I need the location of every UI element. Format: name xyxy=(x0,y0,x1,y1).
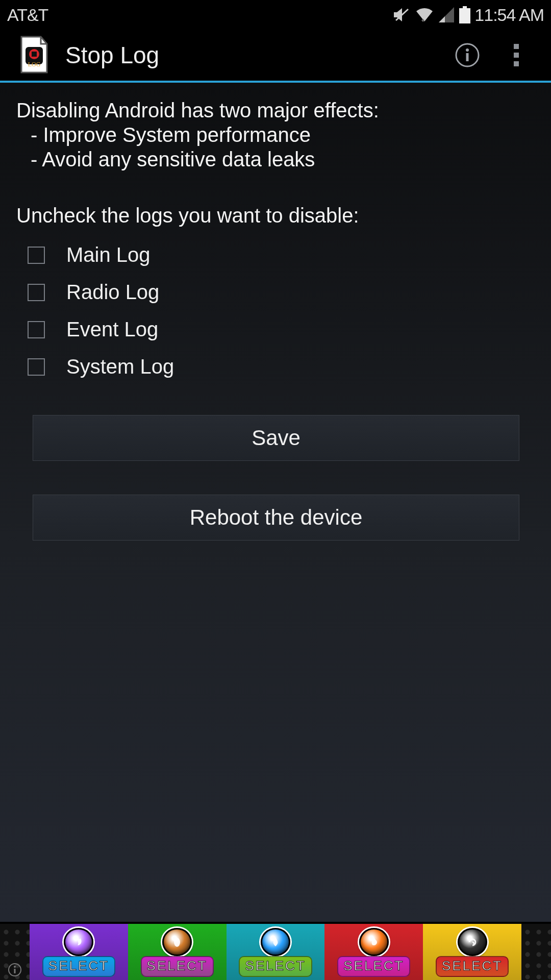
reboot-button[interactable]: Reboot the device xyxy=(33,495,519,541)
svg-point-16 xyxy=(174,938,180,947)
info-icon xyxy=(454,42,481,68)
ad-orb-icon xyxy=(162,928,192,956)
log-checkbox-row[interactable]: System Log xyxy=(16,348,536,385)
cell-signal-icon xyxy=(439,7,454,22)
ad-select-button[interactable]: SELECT xyxy=(337,956,410,977)
ad-select-button[interactable]: SELECT xyxy=(436,956,509,977)
log-app-icon: LOG xyxy=(18,36,50,75)
svg-rect-15 xyxy=(14,969,16,973)
svg-rect-2 xyxy=(459,8,470,23)
ad-orb-icon xyxy=(359,928,389,956)
battery-icon xyxy=(459,6,470,23)
info-button[interactable] xyxy=(443,42,492,68)
ad-card[interactable]: SELECT xyxy=(227,924,325,980)
ad-card[interactable]: SELECT xyxy=(324,924,423,980)
save-button[interactable]: Save xyxy=(33,415,519,461)
checkbox-radio-log[interactable] xyxy=(28,284,45,301)
app-title: Stop Log xyxy=(65,41,443,69)
checkbox-main-log[interactable] xyxy=(28,247,45,264)
description-block: Disabling Android has two major effects:… xyxy=(16,98,536,172)
status-bar: AT&T 11:54 AM xyxy=(0,0,551,30)
checkbox-label: System Log xyxy=(66,355,174,378)
ad-select-button[interactable]: SELECT xyxy=(141,956,214,977)
app-bar: LOG Stop Log xyxy=(0,30,551,83)
ad-orb-icon xyxy=(261,928,290,956)
log-checkbox-row[interactable]: Event Log xyxy=(16,311,536,348)
svg-rect-10 xyxy=(514,44,519,49)
description-bullet: - Improve System performance xyxy=(16,122,536,147)
ad-cards: SELECT SELECT SELECT SELECT SELECT xyxy=(30,924,521,980)
ad-orb-icon xyxy=(458,928,487,956)
ad-info-icon[interactable] xyxy=(8,963,22,977)
checkbox-system-log[interactable] xyxy=(28,358,45,376)
svg-text:LOG: LOG xyxy=(28,61,41,68)
status-icons xyxy=(393,6,470,23)
checkbox-label: Main Log xyxy=(66,243,151,266)
ad-card[interactable]: SELECT xyxy=(128,924,227,980)
log-checkbox-list: Main Log Radio Log Event Log System Log xyxy=(16,236,536,385)
ad-banner[interactable]: SELECT SELECT SELECT SELECT SELECT xyxy=(0,924,551,980)
ad-gutter-right xyxy=(521,924,551,980)
svg-rect-9 xyxy=(466,53,469,61)
description-heading: Disabling Android has two major effects: xyxy=(16,98,536,122)
ad-orb-icon xyxy=(64,928,93,956)
log-checkbox-row[interactable]: Radio Log xyxy=(16,274,536,311)
mute-icon xyxy=(393,7,410,22)
svg-rect-12 xyxy=(514,61,519,66)
ad-card[interactable]: SELECT xyxy=(423,924,521,980)
carrier-label: AT&T xyxy=(7,5,48,25)
checkbox-label: Event Log xyxy=(66,318,158,341)
log-checkbox-row[interactable]: Main Log xyxy=(16,236,536,274)
ad-card[interactable]: SELECT xyxy=(30,924,128,980)
ad-gutter-left xyxy=(0,924,30,980)
svg-point-14 xyxy=(14,966,16,968)
svg-point-8 xyxy=(466,48,469,52)
content-area: Disabling Android has two major effects:… xyxy=(0,83,551,922)
instruction-text: Uncheck the logs you want to disable: xyxy=(16,204,536,227)
svg-rect-11 xyxy=(514,53,519,58)
overflow-menu-icon xyxy=(514,44,519,66)
ad-select-button[interactable]: SELECT xyxy=(239,956,312,977)
wifi-icon xyxy=(415,7,434,22)
svg-rect-1 xyxy=(463,6,467,8)
overflow-menu-button[interactable] xyxy=(492,44,541,66)
checkbox-label: Radio Log xyxy=(66,281,159,304)
description-bullet: - Avoid any sensitive data leaks xyxy=(16,147,536,172)
ad-select-button[interactable]: SELECT xyxy=(42,956,115,977)
checkbox-event-log[interactable] xyxy=(28,321,45,338)
svg-rect-5 xyxy=(32,52,37,57)
status-clock: 11:54 AM xyxy=(474,5,544,25)
